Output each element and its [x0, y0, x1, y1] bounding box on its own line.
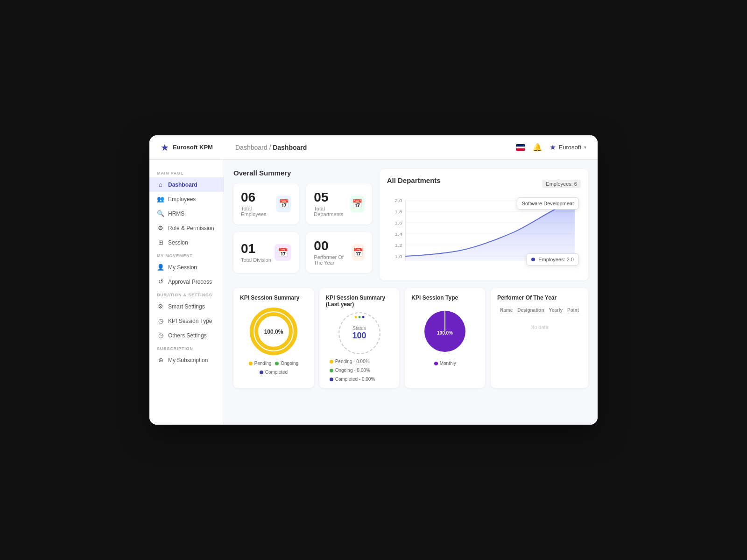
status-circle: Status 100	[338, 312, 381, 354]
performer-col-point: Point	[565, 307, 581, 314]
last-year-dot-ongoing	[330, 369, 333, 372]
status-dots	[354, 316, 364, 318]
breadcrumb-parent: Dashboard	[235, 144, 268, 151]
sidebar-label-session: Session	[168, 239, 188, 246]
sidebar-item-session[interactable]: ⊞ Session	[149, 235, 224, 250]
sidebar-section-subscription: SUBSCRIPTION	[149, 343, 224, 353]
total-departments-label: Total Departments	[314, 206, 350, 217]
sidebar-item-others-settings[interactable]: ◷ Others Settings	[149, 328, 224, 343]
others-icon: ◷	[157, 332, 164, 339]
my-session-icon: 👤	[157, 264, 164, 271]
session-icon: ⊞	[157, 239, 164, 246]
donut-legend: Pending Ongoing Completed	[240, 361, 307, 375]
sidebar-section-movement: MY MOVEMENT	[149, 250, 224, 260]
performer-year-card: 00 Performer Of The Year 📅	[306, 232, 372, 273]
home-icon: ⌂	[157, 181, 164, 188]
kpi-session-title: KPI Session Summary	[240, 294, 307, 301]
summary-card-left: 06 Total Employees	[241, 191, 276, 217]
summary-card-left-3: 01 Total Division	[241, 242, 271, 263]
total-division-label: Total Division	[241, 257, 271, 263]
sidebar-label-approval: Approval Process	[168, 279, 212, 285]
sidebar: MAIN PAGE ⌂ Dashboard 👥 Employees 🔍 HRMS…	[149, 160, 224, 425]
sidebar-label-kpi-type: KPI Session Type	[168, 318, 212, 324]
kpi-type-icon: ◷	[157, 317, 164, 324]
last-year-dot-pending	[330, 360, 333, 364]
employees-badge: Employees: 6	[542, 180, 581, 188]
sidebar-item-hrms[interactable]: 🔍 HRMS	[149, 206, 224, 221]
total-employees-number: 06	[241, 191, 276, 204]
top-header: ★ Eurosoft KPM Dashboard / Dashboard 🔔 ★…	[149, 135, 598, 160]
language-flag-icon[interactable]	[516, 144, 525, 151]
summary-card-left-2: 05 Total Departments	[314, 191, 350, 217]
notification-bell-icon[interactable]: 🔔	[533, 143, 542, 152]
sidebar-item-my-session[interactable]: 👤 My Session	[149, 260, 224, 274]
sidebar-label-others: Others Settings	[168, 332, 207, 339]
sidebar-label-role: Role & Permission	[168, 225, 214, 231]
main-content: MAIN PAGE ⌂ Dashboard 👥 Employees 🔍 HRMS…	[149, 160, 598, 425]
last-year-legend-ongoing: Ongoing - 0.00%	[330, 368, 370, 373]
sidebar-item-approval[interactable]: ↺ Approval Process	[149, 274, 224, 289]
last-year-dot-completed	[330, 378, 333, 381]
app-frame: ★ Eurosoft KPM Dashboard / Dashboard 🔔 ★…	[149, 135, 598, 425]
sidebar-item-kpi-session-type[interactable]: ◷ KPI Session Type	[149, 314, 224, 328]
last-year-legend: Pending - 0.00% Ongoing - 0.00% Complete…	[326, 359, 393, 382]
sidebar-section-main: MAIN PAGE	[149, 167, 224, 177]
overall-summary-title: Overall Summery	[233, 169, 372, 177]
pie-label-monthly: Monthly	[440, 361, 456, 366]
top-section: Overall Summery 06 Total Employees 📅 05	[233, 169, 588, 280]
sidebar-item-role-permission[interactable]: ⚙ Role & Permission	[149, 221, 224, 235]
kpi-session-type-card: KPI Session Type 100.0%	[405, 288, 485, 388]
subscription-icon: ⊕	[157, 357, 164, 364]
sidebar-label-smart: Smart Settings	[168, 303, 205, 310]
sidebar-item-smart-settings[interactable]: ⚙ Smart Settings	[149, 299, 224, 314]
departments-card-icon: 📅	[350, 196, 365, 212]
app-name: Eurosoft KPM	[173, 144, 213, 151]
svg-text:100.0%: 100.0%	[264, 329, 283, 335]
smart-settings-icon: ⚙	[157, 303, 164, 310]
svg-text:1.6: 1.6	[395, 221, 402, 225]
legend-dot-completed	[260, 371, 263, 374]
tooltip-dept-label: Software Development	[522, 201, 574, 206]
performer-card-icon: 📅	[352, 244, 365, 261]
performer-empty-state: No data	[498, 315, 581, 339]
donut-svg: 100.0%	[248, 306, 299, 357]
pie-legend: Monthly	[411, 361, 479, 366]
sidebar-item-dashboard[interactable]: ⌂ Dashboard	[149, 177, 224, 192]
sidebar-label-hrms: HRMS	[168, 210, 184, 217]
total-employees-card: 06 Total Employees 📅	[233, 183, 299, 224]
svg-text:1.0: 1.0	[395, 254, 402, 259]
sidebar-item-employees[interactable]: 👥 Employees	[149, 192, 224, 206]
last-year-label-pending: Pending - 0.00%	[335, 359, 370, 364]
svg-text:1.8: 1.8	[395, 210, 402, 214]
summary-cards-top: 06 Total Employees 📅 05 Total Department…	[233, 183, 372, 224]
performer-number: 00	[314, 239, 352, 252]
summary-cards-bottom: 01 Total Division 📅 00 Performer Of The …	[233, 232, 372, 273]
total-division-number: 01	[241, 242, 271, 255]
summary-card-left-4: 00 Performer Of The Year	[314, 239, 352, 266]
employees-card-icon: 📅	[276, 196, 291, 212]
legend-completed: Completed	[260, 370, 288, 375]
sidebar-label-subscription: My Subscription	[168, 357, 208, 364]
chart-tooltip-employees: Employees: 2.0	[526, 253, 579, 266]
employees-icon: 👥	[157, 196, 164, 203]
status-dot-2	[358, 316, 360, 318]
logo-icon: ★	[161, 142, 169, 153]
user-menu[interactable]: ★ Eurosoft ▾	[550, 143, 586, 152]
legend-ongoing: Ongoing	[275, 361, 298, 366]
kpi-section: KPI Session Summary 100.0% Pending	[233, 288, 588, 388]
svg-text:1.4: 1.4	[395, 232, 402, 236]
sidebar-label-dashboard: Dashboard	[168, 182, 197, 188]
svg-text:100.0%: 100.0%	[437, 330, 453, 336]
logo-area: ★ Eurosoft KPM	[161, 142, 235, 153]
chevron-down-icon: ▾	[584, 145, 586, 150]
breadcrumb-separator: /	[269, 144, 273, 151]
role-icon: ⚙	[157, 224, 164, 231]
performer-col-designation: Designation	[515, 307, 546, 314]
sidebar-item-subscription[interactable]: ⊕ My Subscription	[149, 353, 224, 367]
last-year-label-ongoing: Ongoing - 0.00%	[335, 368, 370, 373]
status-dot-1	[354, 316, 357, 318]
last-year-legend-completed: Completed - 0.00%	[330, 377, 375, 382]
departments-chart-area: 2.0 1.8 1.6 1.4 1.2 1.0	[387, 196, 581, 270]
dept-header: All Departments Employees: 6	[387, 176, 581, 191]
status-number: 100	[352, 331, 366, 341]
